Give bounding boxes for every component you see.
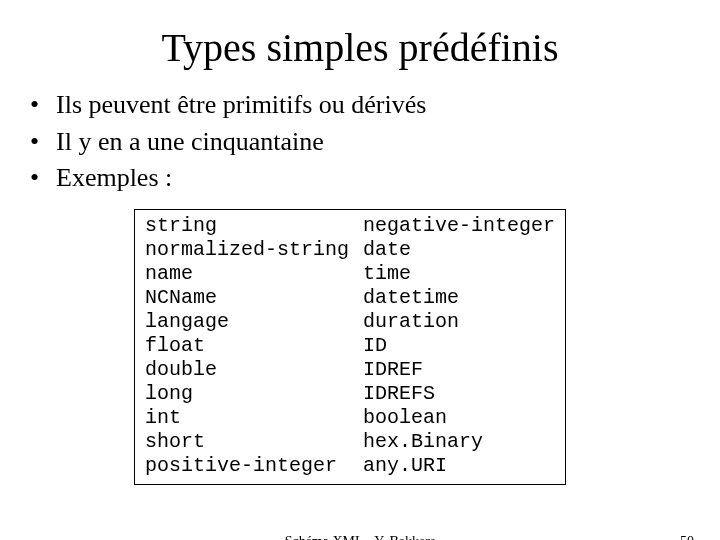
slide-number: 50: [680, 534, 694, 540]
bullet-item: Ils peuvent être primitifs ou dérivés: [30, 89, 720, 122]
footer-author: Schéma XML - Y. Bekkers: [0, 534, 720, 540]
bullet-list: Ils peuvent être primitifs ou dérivés Il…: [30, 89, 720, 195]
type-table: string normalized-string name NCName lan…: [134, 209, 566, 485]
type-col-right: negative-integer date time datetime dura…: [359, 210, 565, 484]
page-title: Types simples prédéfinis: [0, 24, 720, 71]
type-col-left: string normalized-string name NCName lan…: [135, 210, 359, 484]
slide: Types simples prédéfinis Ils peuvent êtr…: [0, 24, 720, 540]
type-table-wrap: string normalized-string name NCName lan…: [134, 209, 720, 489]
bullet-item: Exemples :: [30, 162, 720, 195]
bullet-item: Il y en a une cinquantaine: [30, 126, 720, 159]
